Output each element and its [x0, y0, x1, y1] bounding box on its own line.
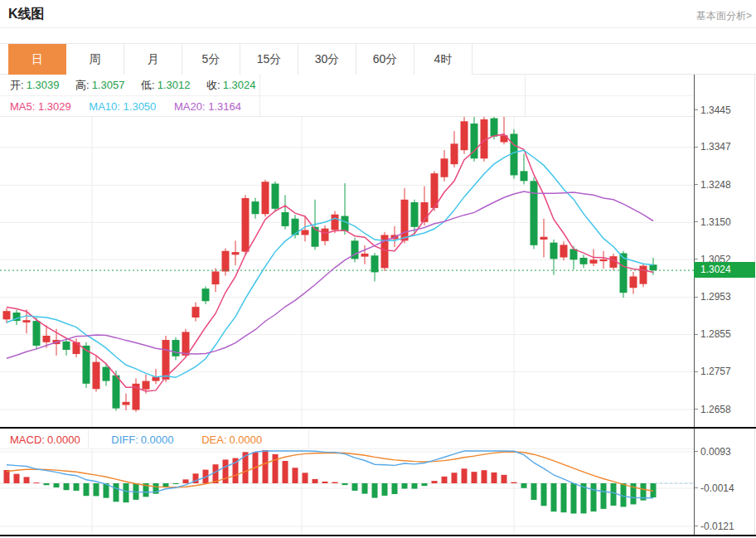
- fundamental-analysis-link[interactable]: 基本面分析>: [696, 9, 752, 23]
- candle-up: [451, 143, 458, 164]
- candle-up: [242, 198, 250, 252]
- price-tick-label: 1.2757: [694, 366, 731, 378]
- macd-bar: [482, 470, 487, 483]
- ma10-legend: MA10: 1.3050: [89, 100, 156, 113]
- macd-bar: [402, 483, 408, 489]
- macd-bar: [54, 483, 60, 487]
- macd-bar: [442, 477, 448, 483]
- macd-bar: [521, 483, 527, 488]
- tab-5min[interactable]: 5分: [182, 44, 240, 75]
- candle-up: [401, 200, 409, 241]
- macd-bar: [551, 483, 557, 511]
- macd-bar: [273, 454, 279, 483]
- macd-bar: [511, 482, 517, 483]
- tab-60min[interactable]: 60分: [356, 44, 414, 75]
- ma10-line: [7, 150, 653, 377]
- candle-up: [182, 332, 190, 355]
- candle-down: [411, 202, 419, 227]
- candle-up: [560, 245, 568, 257]
- candle-down: [550, 243, 558, 259]
- candle-up: [232, 252, 240, 254]
- macd-row-divider: [308, 430, 309, 448]
- tab-30min[interactable]: 30分: [298, 44, 356, 75]
- candle-up: [540, 237, 548, 240]
- candle-up: [332, 215, 339, 230]
- candle-up: [143, 381, 150, 390]
- macd-bar: [492, 473, 497, 483]
- tab-week[interactable]: 周: [66, 44, 124, 75]
- page-title: K线图: [8, 6, 45, 23]
- tab-4hour[interactable]: 4时: [414, 44, 472, 75]
- macd-bar: [392, 483, 398, 494]
- macd-bar: [332, 482, 338, 483]
- macd-bar: [352, 483, 358, 491]
- candlestick-chart[interactable]: [0, 99, 694, 429]
- candle-down: [113, 376, 120, 409]
- panel-separator: [0, 427, 756, 429]
- macd-bar: [342, 483, 348, 485]
- macd-bar: [173, 483, 179, 484]
- period-tabbar: 日 周 月 5分 15分 30分 60分 4时: [0, 43, 756, 75]
- macd-bar: [452, 473, 458, 483]
- bottom-separator: [0, 535, 756, 536]
- macd-bar: [283, 461, 288, 483]
- macd-bar: [472, 472, 477, 483]
- candle-up: [123, 402, 130, 405]
- macd-bar: [422, 483, 428, 486]
- macd-bar: [74, 483, 80, 491]
- current-price-badge: 1.3024: [694, 262, 755, 278]
- price-tick-label: 1.2855: [694, 328, 731, 341]
- macd-bar: [462, 468, 468, 483]
- macd-bar: [611, 483, 617, 506]
- candle-down: [521, 171, 528, 181]
- tab-day[interactable]: 日: [8, 44, 66, 75]
- macd-bar: [303, 473, 308, 483]
- ma20-line: [7, 191, 653, 358]
- price-tick-label: 1.3347: [694, 141, 731, 153]
- info-divider: [259, 75, 260, 116]
- candle-down: [531, 181, 538, 245]
- candle-down: [103, 367, 110, 381]
- candle-up: [23, 320, 31, 322]
- macd-legend: MACD:0.0000: [10, 434, 80, 446]
- candle-down: [252, 201, 259, 214]
- candle-down: [272, 184, 279, 209]
- macd-chart[interactable]: [0, 449, 694, 535]
- candle-up: [322, 229, 329, 241]
- macd-tick-label: -0.0014: [694, 482, 734, 494]
- close-label: 收:: [206, 79, 220, 91]
- macd-bar: [412, 483, 418, 489]
- ma-row: MA5: 1.3029 MA10: 1.3050 MA20: 1.3164: [0, 96, 694, 117]
- tab-15min[interactable]: 15分: [240, 44, 298, 75]
- macd-bar: [44, 483, 50, 485]
- macd-legend-row: MACD:0.0000 DIFF:0.0000 DEA:0.0000: [0, 430, 694, 449]
- open-value: 1.3039: [27, 79, 60, 91]
- open-label: 开:: [10, 79, 24, 91]
- high-value: 1.3057: [92, 79, 125, 91]
- macd-bar: [502, 475, 507, 483]
- candle-down: [282, 212, 289, 226]
- macd-bar: [541, 483, 547, 506]
- macd-bar: [372, 483, 378, 498]
- macd-bar: [263, 450, 269, 483]
- macd-bar: [94, 483, 99, 496]
- price-tick-label: 1.3445: [694, 104, 731, 116]
- candle-down: [650, 264, 657, 270]
- ma5-line: [7, 134, 653, 391]
- tab-month[interactable]: 月: [124, 44, 182, 75]
- macd-bar: [114, 483, 119, 502]
- candle-up: [600, 259, 608, 261]
- right-edge-line: [754, 75, 755, 536]
- macd-bar: [531, 483, 537, 500]
- macd-bar: [382, 483, 388, 496]
- ohlc-row: 开:1.3039 高:1.3057 低:1.3012 收:1.3024: [0, 75, 694, 96]
- candle-down: [491, 119, 498, 137]
- candle-up: [212, 271, 220, 284]
- macd-bar: [313, 479, 318, 483]
- diff-legend: DIFF:0.0000: [111, 434, 173, 446]
- macd-bar: [561, 483, 567, 512]
- candle-down: [63, 342, 70, 350]
- low-label: 低:: [141, 79, 155, 91]
- macd-bar: [223, 459, 229, 483]
- title-divider: [0, 27, 756, 28]
